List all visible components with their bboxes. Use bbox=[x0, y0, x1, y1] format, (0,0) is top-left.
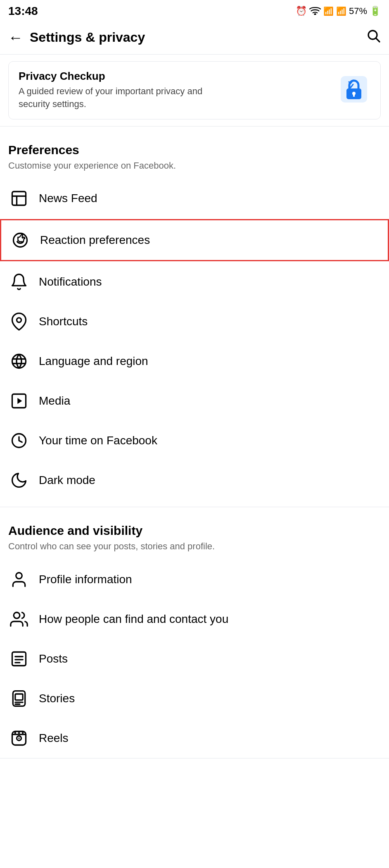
news-feed-label: News Feed bbox=[39, 192, 97, 205]
status-bar: 13:48 ⏰ 📶 📶 57% 🔋 bbox=[0, 0, 389, 21]
preferences-desc: Customise your experience on Facebook. bbox=[8, 160, 381, 172]
svg-point-0 bbox=[315, 14, 316, 15]
media-icon bbox=[8, 390, 30, 412]
stories-label: Stories bbox=[39, 692, 75, 705]
svg-point-21 bbox=[14, 613, 20, 619]
wifi-icon bbox=[309, 5, 321, 17]
menu-item-profile-information[interactable]: Profile information bbox=[0, 560, 389, 599]
privacy-card-content: Privacy Checkup A guided review of your … bbox=[19, 70, 217, 111]
svg-point-32 bbox=[18, 737, 20, 739]
bottom-nav-area bbox=[0, 758, 389, 783]
menu-item-shortcuts[interactable]: Shortcuts bbox=[0, 302, 389, 341]
reels-icon bbox=[8, 727, 30, 749]
menu-item-news-feed[interactable]: News Feed bbox=[0, 179, 389, 218]
posts-icon bbox=[8, 648, 30, 670]
language-region-label: Language and region bbox=[39, 355, 148, 368]
top-divider bbox=[0, 126, 389, 126]
menu-item-reels[interactable]: Reels bbox=[0, 718, 389, 758]
svg-point-14 bbox=[12, 355, 26, 368]
signal1-icon: 📶 bbox=[323, 6, 334, 16]
find-contact-label: How people can find and contact you bbox=[39, 613, 228, 626]
profile-information-label: Profile information bbox=[39, 573, 132, 586]
audience-title: Audience and visibility bbox=[8, 524, 381, 538]
svg-point-13 bbox=[17, 318, 21, 322]
reaction-preferences-label: Reaction preferences bbox=[40, 234, 150, 247]
preferences-section: Preferences Customise your experience on… bbox=[0, 133, 389, 179]
svg-line-2 bbox=[376, 38, 380, 42]
globe-icon bbox=[8, 351, 30, 372]
svg-point-35 bbox=[18, 732, 20, 734]
page-title: Settings & privacy bbox=[30, 30, 366, 45]
search-button[interactable] bbox=[366, 28, 381, 47]
menu-item-language-region[interactable]: Language and region bbox=[0, 341, 389, 381]
news-feed-icon bbox=[8, 188, 30, 209]
middle-divider bbox=[0, 507, 389, 507]
privacy-lock-icon bbox=[337, 73, 370, 107]
audience-section: Audience and visibility Control who can … bbox=[0, 514, 389, 560]
dark-mode-label: Dark mode bbox=[39, 474, 95, 487]
svg-marker-18 bbox=[17, 398, 22, 404]
signal2-icon: 📶 bbox=[336, 6, 346, 16]
status-icons: ⏰ 📶 📶 57% 🔋 bbox=[296, 5, 381, 17]
bell-icon bbox=[8, 271, 30, 293]
page-header: ← Settings & privacy bbox=[0, 21, 389, 55]
svg-rect-27 bbox=[15, 694, 23, 700]
menu-item-reaction-preferences[interactable]: Reaction preferences bbox=[0, 219, 389, 261]
menu-item-find-contact[interactable]: How people can find and contact you bbox=[0, 599, 389, 639]
alarm-icon: ⏰ bbox=[296, 6, 307, 17]
menu-item-posts[interactable]: Posts bbox=[0, 639, 389, 679]
privacy-card-title: Privacy Checkup bbox=[19, 70, 217, 83]
profile-icon bbox=[8, 569, 30, 590]
status-time: 13:48 bbox=[8, 5, 38, 18]
svg-point-34 bbox=[14, 732, 16, 734]
time-on-facebook-label: Your time on Facebook bbox=[39, 434, 157, 447]
svg-point-20 bbox=[16, 573, 22, 579]
clock-icon bbox=[8, 430, 30, 451]
menu-item-time-on-facebook[interactable]: Your time on Facebook bbox=[0, 421, 389, 460]
pin-icon bbox=[8, 311, 30, 332]
reels-label: Reels bbox=[39, 732, 69, 745]
menu-item-media[interactable]: Media bbox=[0, 381, 389, 421]
privacy-checkup-card[interactable]: Privacy Checkup A guided review of your … bbox=[8, 61, 381, 119]
reaction-icon bbox=[9, 229, 31, 251]
posts-label: Posts bbox=[39, 652, 68, 665]
audience-desc: Control who can see your posts, stories … bbox=[8, 540, 381, 553]
privacy-card-desc: A guided review of your important privac… bbox=[19, 85, 217, 111]
battery-level: 57% bbox=[349, 6, 367, 17]
menu-item-stories[interactable]: Stories bbox=[0, 679, 389, 718]
svg-rect-22 bbox=[12, 652, 26, 666]
menu-item-notifications[interactable]: Notifications bbox=[0, 262, 389, 302]
moon-icon bbox=[8, 470, 30, 491]
back-button[interactable]: ← bbox=[8, 29, 23, 46]
stories-icon bbox=[8, 688, 30, 709]
menu-item-dark-mode[interactable]: Dark mode bbox=[0, 460, 389, 500]
svg-point-36 bbox=[22, 732, 24, 734]
shortcuts-label: Shortcuts bbox=[39, 315, 88, 328]
find-contact-icon bbox=[8, 608, 30, 630]
svg-point-10 bbox=[14, 234, 27, 247]
battery-icon: 🔋 bbox=[370, 6, 381, 17]
notifications-label: Notifications bbox=[39, 275, 102, 289]
svg-rect-6 bbox=[353, 94, 355, 97]
preferences-title: Preferences bbox=[8, 143, 381, 157]
svg-rect-7 bbox=[12, 192, 26, 205]
media-label: Media bbox=[39, 394, 70, 408]
